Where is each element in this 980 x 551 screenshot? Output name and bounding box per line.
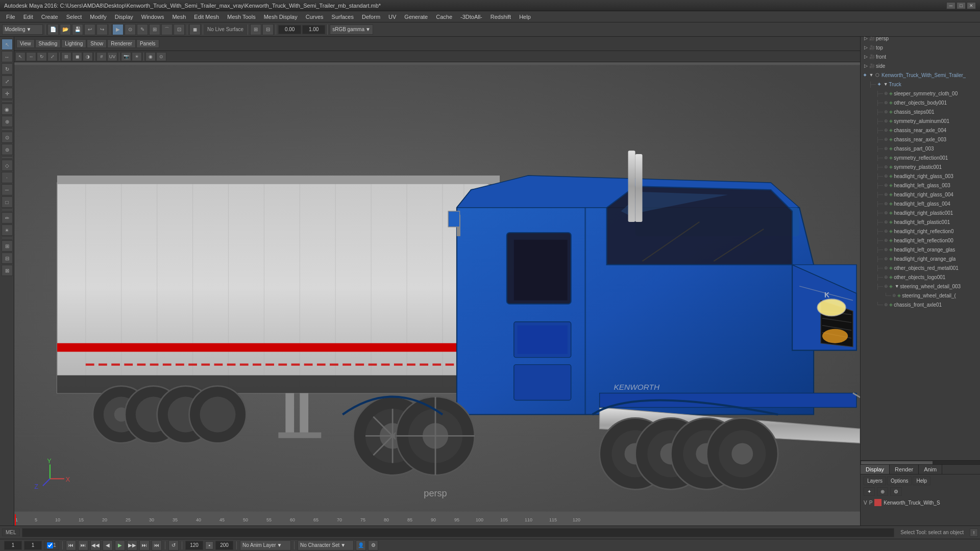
tree-item-hl-rrefl[interactable]: ├─ ⊕ ◈ headlight_right_reflection0 xyxy=(861,227,980,236)
tree-item-sym-alum[interactable]: ├─ ⊕ ◈ symmetry_aluminum001 xyxy=(861,116,980,126)
save-button[interactable]: 💾 xyxy=(72,24,83,35)
renderer-menu[interactable]: Renderer xyxy=(107,39,136,48)
menu-create[interactable]: Create xyxy=(37,13,62,21)
render-btn[interactable]: ◼ xyxy=(189,24,201,35)
dra-display-tab[interactable]: Display xyxy=(861,465,890,474)
soft-select-button[interactable]: ◉ xyxy=(2,104,13,115)
tree-item-truck-group[interactable]: ├─ ✦ ▼ Truck xyxy=(861,80,980,89)
grid-toggle[interactable]: ⊞ xyxy=(250,24,261,35)
view-menu[interactable]: View xyxy=(16,39,35,48)
layer-options-button[interactable]: ⚙ xyxy=(890,487,902,496)
new-scene-button[interactable]: 📄 xyxy=(47,24,59,35)
open-button[interactable]: 📂 xyxy=(60,24,71,35)
edge-button[interactable]: ─ xyxy=(2,184,13,195)
tree-item-hl-lg3[interactable]: ├─ ⊕ ◈ headlight_left_glass_003 xyxy=(861,181,980,190)
scale-button[interactable]: ⤢ xyxy=(2,76,13,87)
tree-item-chassis-rear4[interactable]: ├─ ⊕ ◈ chassis_rear_axle_004 xyxy=(861,126,980,135)
maximize-button[interactable]: □ xyxy=(957,2,966,9)
mode-dropdown[interactable]: Modeling▼ xyxy=(2,24,43,35)
snap-point[interactable]: ⊡ xyxy=(174,24,185,35)
shade-btn[interactable]: ◑ xyxy=(83,52,93,61)
menu-generate[interactable]: Generate xyxy=(400,13,432,21)
tree-item-hl-rog[interactable]: ├─ ⊕ ◈ headlight_right_orange_gla xyxy=(861,254,980,263)
tree-item-hl-rg4[interactable]: ├─ ⊕ ◈ headlight_right_glass_004 xyxy=(861,190,980,199)
tree-item-top[interactable]: ▷ 🎥 top xyxy=(861,43,980,52)
smooth-btn[interactable]: ◼ xyxy=(72,52,82,61)
shading-menu[interactable]: Shading xyxy=(35,39,61,48)
tree-item-hl-rp[interactable]: ├─ ⊕ ◈ headlight_right_plastic001 xyxy=(861,208,980,217)
go-start-button[interactable]: ⏮ xyxy=(66,540,76,550)
menu-3dto[interactable]: -3DtoAll- xyxy=(456,13,486,21)
scale-view-btn[interactable]: ⤢ xyxy=(47,52,58,61)
outliner-scrollbar-h-thumb[interactable] xyxy=(861,461,933,464)
play-forward-button[interactable]: ▶ xyxy=(115,540,125,550)
loop-button[interactable]: ↺ xyxy=(168,540,179,550)
dra-layers-tab[interactable]: Layers xyxy=(864,477,886,485)
menu-display[interactable]: Display xyxy=(111,13,137,21)
tree-item-kenworth-group[interactable]: ✦ ▼ ⬡ Kenworth_Truck_With_Semi_Trailer_ xyxy=(861,70,980,80)
menu-curves[interactable]: Curves xyxy=(302,13,328,21)
tree-item-other-logo[interactable]: ├─ ⊕ ◈ other_objects_logo001 xyxy=(861,272,980,282)
new-layer-object-button[interactable]: ⊕ xyxy=(877,487,888,496)
rotate-view-btn[interactable]: ↻ xyxy=(37,52,47,61)
translate-button[interactable]: ↔ xyxy=(2,51,13,62)
universal-button[interactable]: ✛ xyxy=(2,88,13,99)
tree-item-hl-lg4[interactable]: ├─ ⊕ ◈ headlight_left_glass_004 xyxy=(861,199,980,208)
wireframe-btn[interactable]: ⊞ xyxy=(61,52,71,61)
paint-effects-button[interactable]: ✏ xyxy=(2,212,13,223)
next-key-button[interactable]: ⏭ xyxy=(139,540,150,550)
frame-current-input[interactable] xyxy=(24,541,42,550)
tree-item-sym-refl[interactable]: ├─ ⊕ ◈ symmetry_reflection001 xyxy=(861,153,980,162)
menu-select[interactable]: Select xyxy=(62,13,86,21)
tree-item-chassis-front[interactable]: └─ ⊕ ◈ chassis_front_axle01 xyxy=(861,300,980,309)
snap-toggle[interactable]: ⊟ xyxy=(262,24,274,35)
tree-item-other-red[interactable]: ├─ ⊕ ◈ other_objects_red_metal001 xyxy=(861,263,980,272)
tree-item-sw-sub[interactable]: └─ ⊕ ◈ steering_wheel_detail_( xyxy=(861,291,980,300)
character-set-dropdown[interactable]: No Character Set▼ xyxy=(298,540,354,550)
cam-btn[interactable]: 📷 xyxy=(121,52,131,61)
rotate-button[interactable]: ↻ xyxy=(2,63,13,74)
vertex-button[interactable]: · xyxy=(2,172,13,183)
dra-help-tab[interactable]: Help xyxy=(913,477,930,485)
close-button[interactable]: ✕ xyxy=(967,2,976,9)
tree-item-sym-plastic[interactable]: ├─ ⊕ ◈ symmetry_plastic001 xyxy=(861,162,980,171)
tree-item-hl-lrefl[interactable]: ├─ ⊕ ◈ headlight_left_reflection00 xyxy=(861,236,980,245)
tree-item-chassis-part3[interactable]: ├─ ⊕ ◈ chassis_part_003 xyxy=(861,144,980,153)
lasso-tool[interactable]: ⊙ xyxy=(125,24,136,35)
tree-item-sw3[interactable]: ├─ ⊕ ◈ ▼ steering_wheel_detail_003 xyxy=(861,282,980,291)
char-set-icon[interactable]: 👤 xyxy=(356,540,366,550)
menu-edit[interactable]: Edit xyxy=(19,13,37,21)
menu-deform[interactable]: Deform xyxy=(358,13,384,21)
tree-item-front[interactable]: ▷ 🎥 front xyxy=(861,52,980,61)
sculpt-button[interactable]: ⊕ xyxy=(2,116,13,127)
value1-input[interactable] xyxy=(278,25,301,34)
step-forward-button[interactable]: ▶▶ xyxy=(127,540,137,550)
uv-btn[interactable]: UV xyxy=(107,52,117,61)
paint-tool[interactable]: ✎ xyxy=(137,24,148,35)
dra-anim-tab[interactable]: Anim xyxy=(919,465,942,474)
snap-curve[interactable]: ⌒ xyxy=(161,24,173,35)
select-tool[interactable]: ▶ xyxy=(112,24,124,35)
timeline[interactable]: 1 5 10 15 20 25 30 35 40 45 50 55 60 65 … xyxy=(14,514,860,525)
new-layer-button[interactable]: ✦ xyxy=(864,487,875,496)
gamma-dropdown[interactable]: sRGB gamma▼ xyxy=(330,24,373,35)
anim-layer-dropdown[interactable]: No Anim Layer▼ xyxy=(240,540,291,550)
menu-redshift[interactable]: Redshift xyxy=(486,13,515,21)
value2-input[interactable] xyxy=(302,25,325,34)
status-icon-button[interactable]: ! xyxy=(970,529,978,537)
snap-surface-button[interactable]: ⊚ xyxy=(2,144,13,155)
component-mode-button[interactable]: ◇ xyxy=(2,160,13,171)
grouping-button[interactable]: ⊠ xyxy=(2,265,13,276)
tree-item-hl-rg3[interactable]: ├─ ⊕ ◈ headlight_right_glass_003 xyxy=(861,171,980,181)
menu-file[interactable]: File xyxy=(2,13,19,21)
frame-start-input[interactable] xyxy=(4,541,22,550)
snap-grid[interactable]: ⊞ xyxy=(149,24,160,35)
show-hide-button[interactable]: ⊟ xyxy=(2,253,13,264)
tree-item-side[interactable]: ▷ 🎥 side xyxy=(861,61,980,70)
menu-help[interactable]: Help xyxy=(515,13,535,21)
prev-key-button[interactable]: ⏭ xyxy=(78,540,88,550)
menu-modify[interactable]: Modify xyxy=(86,13,110,21)
window-controls[interactable]: ─ □ ✕ xyxy=(946,2,976,9)
step-back-button[interactable]: ◀◀ xyxy=(90,540,101,550)
layer-item[interactable]: V P Kenworth_Truck_With_S xyxy=(864,498,977,507)
